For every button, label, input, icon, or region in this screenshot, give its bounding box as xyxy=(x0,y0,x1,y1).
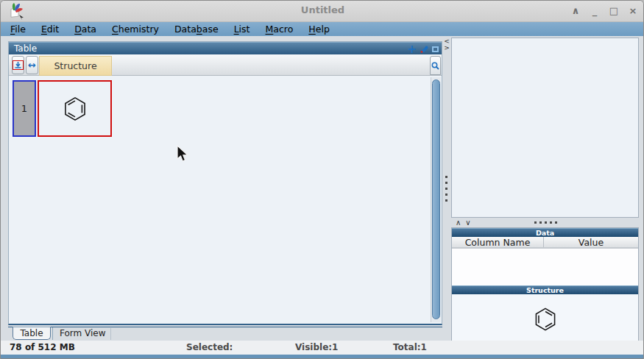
collapse-down-icon[interactable]: ∨ xyxy=(465,218,475,227)
menu-chemistry[interactable]: Chemistry xyxy=(112,24,159,35)
selected-count: Selected: xyxy=(186,342,233,352)
add-view-icon[interactable]: + xyxy=(407,44,417,54)
insert-row-icon xyxy=(14,61,22,69)
column-header-structure[interactable]: Structure xyxy=(39,56,112,76)
menubar: File Edit Data Chemistry Database List M… xyxy=(1,22,644,36)
titlebar[interactable]: Untitled ∧ _ □ × xyxy=(1,1,644,22)
menu-help[interactable]: Help xyxy=(308,24,330,35)
tab-form-view[interactable]: Form View xyxy=(55,328,111,340)
horizontal-splitter[interactable]: ∧∨ xyxy=(451,218,639,227)
resize-columns-button[interactable]: ↔ xyxy=(26,56,38,74)
detail-panel[interactable] xyxy=(451,38,639,218)
menu-macro[interactable]: Macro xyxy=(266,24,294,35)
data-panel: Data Column Name Value Structure xyxy=(451,227,639,341)
maximize-icon[interactable]: □ xyxy=(608,4,620,18)
window-bottom-border xyxy=(1,355,644,359)
vertical-splitter-handle[interactable] xyxy=(445,176,448,202)
table-panel-titlebar[interactable]: Table + xyxy=(9,42,442,54)
tab-separator xyxy=(52,327,53,340)
menu-data[interactable]: Data xyxy=(74,24,96,35)
structure-cell[interactable] xyxy=(38,80,112,137)
float-window-icon[interactable] xyxy=(420,45,429,54)
insert-row-button[interactable] xyxy=(12,56,24,74)
tab-table[interactable]: Table xyxy=(13,327,51,340)
menu-list[interactable]: List xyxy=(234,24,250,35)
row-number-cell[interactable]: 1 xyxy=(13,80,36,137)
search-button[interactable] xyxy=(430,56,441,75)
table-column-header-row: ↔ Structure xyxy=(9,54,442,76)
menu-edit[interactable]: Edit xyxy=(41,24,59,35)
search-icon xyxy=(431,62,439,70)
memory-usage: 78 of 512 MB xyxy=(10,342,75,352)
structure-preview-area xyxy=(452,294,638,344)
structure-panel-header[interactable]: Structure xyxy=(452,285,638,294)
menu-file[interactable]: File xyxy=(10,24,26,35)
column-name-header[interactable]: Column Name xyxy=(452,237,544,247)
data-panel-header[interactable]: Data xyxy=(452,228,638,237)
menu-database[interactable]: Database xyxy=(174,24,219,35)
table-panel: Table + ↔ xyxy=(8,41,442,325)
app-window: Untitled ∧ _ □ × File Edit Data Chemistr… xyxy=(0,0,644,359)
minimize-icon[interactable]: _ xyxy=(589,4,601,18)
statusbar: 78 of 512 MB Selected: Visible:1 Total:1 xyxy=(1,341,644,355)
tabs-divider xyxy=(8,327,442,327)
visible-count: Visible:1 xyxy=(295,342,338,352)
close-icon[interactable]: × xyxy=(627,4,639,18)
value-header[interactable]: Value xyxy=(544,237,638,247)
table-panel-title: Table xyxy=(14,43,37,54)
data-rows-area[interactable] xyxy=(452,249,638,285)
total-count: Total:1 xyxy=(393,342,427,352)
benzene-structure-preview xyxy=(526,298,565,341)
resize-columns-icon: ↔ xyxy=(28,60,36,71)
shade-window-icon[interactable]: ∧ xyxy=(570,4,581,18)
collapse-right-icon[interactable]: > xyxy=(443,45,450,51)
maximize-panel-icon[interactable] xyxy=(432,46,439,52)
table-vertical-scrollbar[interactable] xyxy=(431,77,441,322)
window-title: Untitled xyxy=(1,4,644,15)
benzene-structure xyxy=(55,87,95,131)
scrollbar-thumb[interactable] xyxy=(432,79,440,319)
collapse-up-icon[interactable]: ∧ xyxy=(456,218,465,227)
horizontal-splitter-handle[interactable] xyxy=(534,221,557,224)
